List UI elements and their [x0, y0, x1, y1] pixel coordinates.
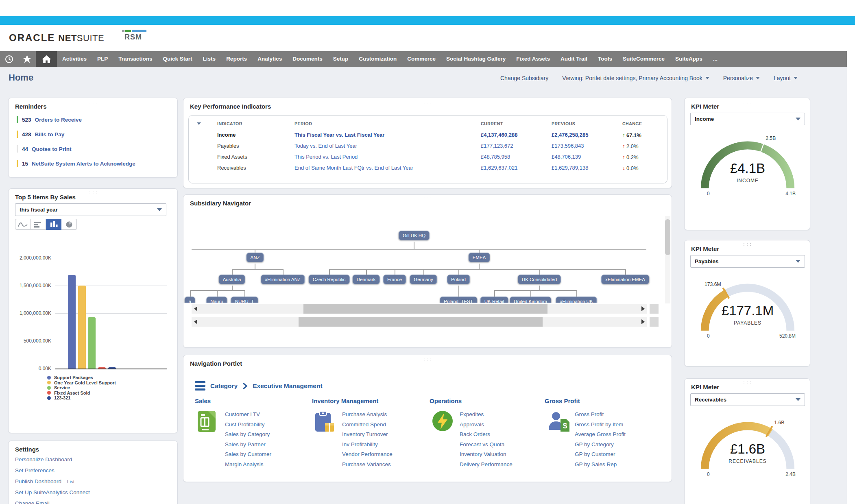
nav-link-gp-by-category[interactable]: GP by Category	[575, 440, 626, 450]
bar-123-321[interactable]	[108, 367, 116, 369]
scroll-left-icon[interactable]	[194, 306, 197, 311]
nav-link-customer-ltv[interactable]: Customer LTV	[225, 410, 271, 420]
reminder-item[interactable]: 15NetSuite System Alerts to Acknowledge	[17, 160, 135, 167]
reminder-link[interactable]: Orders to Receive	[35, 117, 82, 123]
nav-item-tools[interactable]: Tools	[593, 51, 617, 67]
subsidiary-node-australia[interactable]: Australia	[219, 275, 245, 284]
nav-link-forecast-vs-quota[interactable]: Forecast vs Quota	[460, 440, 513, 450]
nav-link-purchase-variances[interactable]: Purchase Variances	[342, 460, 393, 470]
nav-link-approvals[interactable]: Approvals	[460, 420, 513, 430]
settings-link-change-email[interactable]: Change Email	[15, 500, 50, 504]
nav-item-analytics[interactable]: Analytics	[252, 51, 287, 67]
drag-handle-icon[interactable]	[742, 381, 752, 384]
kpi-previous-link[interactable]: £48,706,139	[552, 154, 581, 160]
subsidiary-node-poland-test[interactable]: Poland_TEST	[440, 297, 477, 303]
bar-support-packages[interactable]	[68, 275, 76, 369]
drag-handle-icon[interactable]	[423, 100, 432, 103]
nav-item-[interactable]: ...	[708, 51, 723, 67]
subsidiary-node-france[interactable]: France	[383, 275, 406, 284]
kpi-current-link[interactable]: £48,785,958	[481, 154, 510, 160]
scrollbar-thumb[interactable]	[303, 304, 547, 314]
reminder-item[interactable]: 428Bills to Pay	[17, 131, 64, 138]
scroll-right-icon[interactable]	[641, 319, 645, 324]
nav-link-committed-spend[interactable]: Committed Spend	[342, 420, 393, 430]
reminder-link[interactable]: Quotes to Print	[32, 146, 72, 152]
recent-records-button[interactable]	[0, 51, 18, 67]
vertical-bar-button[interactable]	[46, 219, 61, 230]
kpi-previous-link[interactable]: £2,476,258,285	[552, 132, 588, 138]
pie-chart-button[interactable]	[61, 219, 77, 230]
subsidiary-node-nauru[interactable]: Nauru	[206, 297, 227, 303]
nav-link-sales-by-category[interactable]: Sales by Category	[225, 430, 271, 440]
subsidiary-node-poland[interactable]: Poland	[447, 275, 470, 284]
subsidiary-node-uk-consolidated[interactable]: UK Consolidated	[518, 275, 561, 284]
nav-item-social-hashtag-gallery[interactable]: Social Hashtag Gallery	[441, 51, 511, 67]
kpi-meter-select[interactable]: Receivables	[690, 393, 805, 406]
subsidiary-node-denmark[interactable]: Denmark	[353, 275, 380, 284]
kpi-period-link[interactable]: End of Same Month Last FQtr vs. End of L…	[294, 165, 413, 171]
date-range-select[interactable]: this fiscal year	[15, 203, 166, 216]
nav-link-delivery-performance[interactable]: Delivery Performance	[460, 460, 513, 470]
layout-menu[interactable]: Layout	[774, 75, 798, 81]
nav-link-gross-profit-by-item[interactable]: Gross Profit by Item	[575, 420, 626, 430]
reminder-item[interactable]: 44Quotes to Print	[17, 145, 72, 153]
nav-link-purchase-analysis[interactable]: Purchase Analysis	[342, 410, 393, 420]
nav-item-plp[interactable]: PLP	[92, 51, 113, 67]
nav-item-suiteapps[interactable]: SuiteApps	[670, 51, 708, 67]
nav-item-commerce[interactable]: Commerce	[402, 51, 441, 67]
subsidiary-node-uk-retail[interactable]: UK Retail	[480, 297, 508, 303]
kpi-filter-caret-icon[interactable]	[197, 122, 201, 125]
kpi-current-link[interactable]: £1,629,637,021	[481, 165, 517, 171]
kpi-period-link[interactable]: This Fiscal Year vs. Last Fiscal Year	[294, 132, 384, 138]
drag-handle-icon[interactable]	[88, 100, 98, 103]
settings-link-personalize-dashboard[interactable]: Personalize Dashboard	[15, 456, 72, 463]
drag-handle-icon[interactable]	[423, 357, 432, 360]
nav-item-suitecommerce[interactable]: SuiteCommerce	[617, 51, 670, 67]
subsidiary-node-xelimination-uk[interactable]: xElimination UK	[556, 297, 597, 303]
reminder-item[interactable]: 523Orders to Receive	[17, 116, 82, 123]
nav-link-inventory-valuation[interactable]: Inventory Valuation	[460, 449, 513, 460]
nav-item-activities[interactable]: Activities	[57, 51, 92, 67]
drag-handle-icon[interactable]	[423, 197, 432, 200]
nav-link-gross-profit[interactable]: Gross Profit	[575, 410, 626, 420]
subsidiary-node-xelimination-anz[interactable]: xElimination ANZ	[261, 275, 305, 284]
nav-link-vendor-performance[interactable]: Vendor Performance	[342, 449, 393, 460]
subsidiary-node-xelimination-emea[interactable]: xElimination EMEA	[601, 275, 649, 284]
nav-item-fixed-assets[interactable]: Fixed Assets	[511, 51, 555, 67]
kpi-previous-link[interactable]: £1,629,789,138	[552, 165, 588, 171]
nav-link-sales-by-partner[interactable]: Sales by Partner	[225, 440, 271, 450]
nav-item-documents[interactable]: Documents	[287, 51, 328, 67]
nav-link-sales-by-customer[interactable]: Sales by Customer	[225, 449, 271, 460]
scrollbar-thumb[interactable]	[665, 219, 670, 255]
drag-handle-icon[interactable]	[88, 191, 98, 194]
nav-item-quick-start[interactable]: Quick Start	[158, 51, 198, 67]
vertical-scrollbar[interactable]	[665, 216, 670, 303]
drag-handle-icon[interactable]	[88, 443, 98, 446]
nav-link-cust-profitability[interactable]: Cust Profitability	[225, 420, 271, 430]
drag-handle-icon[interactable]	[742, 242, 752, 246]
nav-link-inventory-turnover[interactable]: Inventory Turnover	[342, 430, 393, 440]
personalize-menu[interactable]: Personalize	[723, 75, 760, 81]
settings-link-set-up-suiteanalytics-connect[interactable]: Set Up SuiteAnalytics Connect	[15, 489, 90, 495]
drag-handle-icon[interactable]	[742, 100, 752, 103]
nav-item-customization[interactable]: Customization	[353, 51, 402, 67]
nav-item-audit-trail[interactable]: Audit Trail	[555, 51, 593, 67]
subsidiary-node-anz[interactable]: ANZ	[246, 253, 264, 262]
nav-link-inv-profitability[interactable]: Inv Profitability	[342, 440, 393, 450]
nav-item-reports[interactable]: Reports	[221, 51, 252, 67]
bar-one-year-gold-level-support[interactable]	[78, 286, 86, 369]
nav-link-expedites[interactable]: Expedites	[460, 410, 513, 420]
home-tab[interactable]	[36, 51, 57, 67]
nav-link-back-orders[interactable]: Back Orders	[460, 430, 513, 440]
nav-link-gp-by-customer[interactable]: GP by Customer	[575, 449, 626, 460]
viewing-dropdown[interactable]: Viewing: Portlet date settings, Primary …	[562, 75, 709, 81]
nav-link-margin-analysis[interactable]: Margin Analysis	[225, 460, 271, 470]
settings-link-set-preferences[interactable]: Set Preferences	[15, 467, 55, 473]
subsidiary-node-czech-republic[interactable]: Czech Republic	[309, 275, 350, 284]
subsidiary-node-germany[interactable]: Germany	[410, 275, 437, 284]
kpi-current-link[interactable]: £177,123,672	[481, 143, 513, 149]
nav-link-average-gross-profit[interactable]: Average Gross Profit	[575, 430, 626, 440]
kpi-period-link[interactable]: This Period vs. Last Period	[294, 154, 358, 160]
horizontal-bar-button[interactable]	[31, 219, 46, 230]
kpi-meter-select[interactable]: Payables	[690, 255, 805, 268]
